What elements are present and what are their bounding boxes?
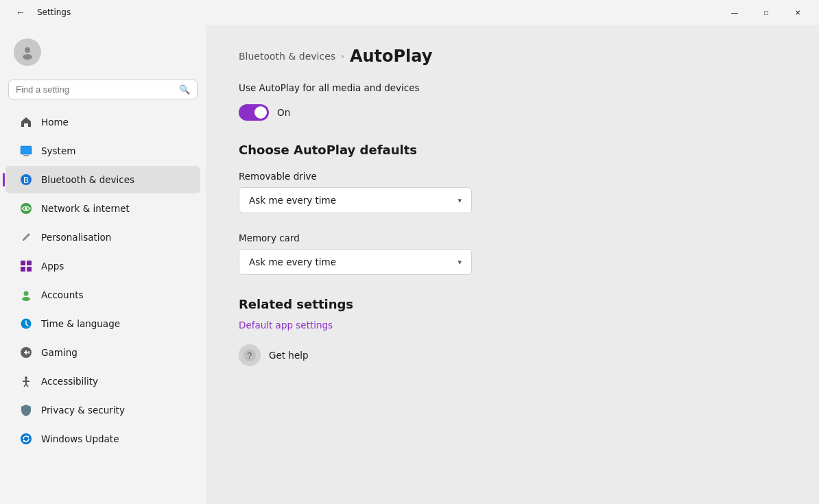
personalisation-icon	[19, 230, 33, 244]
sidebar-item-personalisation[interactable]: Personalisation	[5, 224, 200, 251]
help-icon: ?	[239, 344, 261, 366]
svg-rect-11	[21, 267, 25, 272]
sidebar-label-accessibility: Accessibility	[41, 376, 98, 387]
memory-card-value: Ask me every time	[249, 256, 336, 267]
home-icon	[19, 115, 33, 129]
minimize-button[interactable]: —	[719, 1, 750, 23]
search-box[interactable]: 🔍	[8, 80, 198, 99]
removable-drive-group: Removable drive Ask me every time ▾	[239, 171, 786, 213]
sidebar-item-privacy[interactable]: Privacy & security	[5, 396, 200, 424]
user-section	[0, 30, 206, 80]
svg-rect-18	[25, 350, 27, 355]
avatar	[14, 38, 41, 66]
chevron-down-icon-2: ▾	[458, 258, 462, 267]
sidebar-item-apps[interactable]: Apps	[5, 252, 200, 280]
choose-autoplay-title: Choose AutoPlay defaults	[239, 143, 786, 157]
svg-point-14	[22, 297, 30, 301]
sidebar-item-time[interactable]: Time & language	[5, 310, 200, 337]
sidebar: 🔍 Home System B Bluetooth & devices Ne	[0, 25, 206, 504]
titlebar: ← Settings — □ ✕	[0, 0, 819, 25]
svg-rect-3	[23, 155, 29, 156]
svg-point-19	[28, 351, 29, 352]
removable-drive-label: Removable drive	[239, 171, 786, 182]
sidebar-label-time: Time & language	[41, 318, 120, 329]
window-controls: — □ ✕	[719, 1, 814, 23]
svg-point-8	[25, 207, 27, 210]
breadcrumb-parent[interactable]: Bluetooth & devices	[239, 51, 335, 62]
sidebar-label-accounts: Accounts	[41, 289, 84, 300]
svg-point-26	[21, 433, 32, 444]
apps-icon	[19, 259, 33, 273]
accounts-icon	[19, 288, 33, 302]
sidebar-label-personalisation: Personalisation	[41, 232, 111, 243]
sidebar-label-apps: Apps	[41, 261, 64, 272]
sidebar-label-network: Network & internet	[41, 203, 130, 214]
sidebar-label-privacy: Privacy & security	[41, 405, 125, 416]
time-icon	[19, 317, 33, 331]
bluetooth-icon: B	[19, 173, 33, 187]
sidebar-item-bluetooth[interactable]: B Bluetooth & devices	[5, 166, 200, 193]
system-icon	[19, 144, 33, 158]
sidebar-label-home: Home	[41, 117, 69, 128]
removable-drive-dropdown[interactable]: Ask me every time ▾	[239, 187, 472, 213]
sidebar-item-home[interactable]: Home	[5, 108, 200, 136]
default-app-settings-link[interactable]: Default app settings	[239, 320, 786, 331]
removable-drive-value: Ask me every time	[249, 195, 336, 206]
sidebar-label-system: System	[41, 145, 75, 156]
breadcrumb-separator: ›	[341, 51, 344, 61]
svg-point-20	[28, 352, 29, 354]
sidebar-label-update: Windows Update	[41, 433, 119, 444]
memory-card-dropdown[interactable]: Ask me every time ▾	[239, 249, 472, 275]
back-button[interactable]: ←	[11, 1, 30, 23]
privacy-icon	[19, 403, 33, 417]
main-content: Bluetooth & devices › AutoPlay Use AutoP…	[206, 25, 819, 504]
svg-rect-10	[27, 261, 32, 265]
svg-text:?: ?	[247, 350, 252, 361]
network-icon	[19, 202, 33, 215]
toggle-state-label: On	[277, 107, 290, 118]
help-row: ? Get help	[239, 344, 786, 366]
svg-text:B: B	[23, 176, 29, 185]
sidebar-item-system[interactable]: System	[5, 137, 200, 165]
svg-rect-9	[21, 261, 25, 265]
svg-point-21	[25, 376, 27, 379]
breadcrumb: Bluetooth & devices › AutoPlay	[239, 47, 786, 66]
app-title: Settings	[37, 8, 71, 17]
get-help-link[interactable]: Get help	[269, 350, 309, 361]
sidebar-label-gaming: Gaming	[41, 347, 78, 358]
accessibility-icon	[19, 374, 33, 388]
sidebar-item-gaming[interactable]: Gaming	[5, 339, 200, 366]
memory-card-label: Memory card	[239, 232, 786, 243]
related-settings-title: Related settings	[239, 297, 786, 311]
sidebar-item-update[interactable]: Windows Update	[5, 425, 200, 453]
svg-point-0	[25, 47, 30, 53]
sidebar-item-network[interactable]: Network & internet	[5, 195, 200, 222]
svg-point-13	[24, 291, 29, 296]
sidebar-label-bluetooth: Bluetooth & devices	[41, 174, 134, 185]
autoplay-toggle[interactable]	[239, 104, 269, 121]
maximize-button[interactable]: □	[750, 1, 782, 23]
memory-card-group: Memory card Ask me every time ▾	[239, 232, 786, 275]
search-input[interactable]	[16, 84, 174, 95]
svg-line-25	[26, 384, 28, 387]
svg-rect-12	[27, 267, 32, 272]
svg-rect-4	[21, 146, 32, 154]
sidebar-item-accessibility[interactable]: Accessibility	[5, 368, 200, 395]
svg-point-1	[23, 54, 32, 60]
search-icon: 🔍	[179, 84, 190, 95]
page-title: AutoPlay	[350, 47, 433, 66]
autoplay-toggle-row: On	[239, 104, 786, 121]
sidebar-item-accounts[interactable]: Accounts	[5, 281, 200, 309]
chevron-down-icon: ▾	[458, 196, 462, 205]
gaming-icon	[19, 346, 33, 359]
update-icon	[19, 432, 33, 446]
close-button[interactable]: ✕	[782, 1, 814, 23]
autoplay-description: Use AutoPlay for all media and devices	[239, 82, 786, 93]
